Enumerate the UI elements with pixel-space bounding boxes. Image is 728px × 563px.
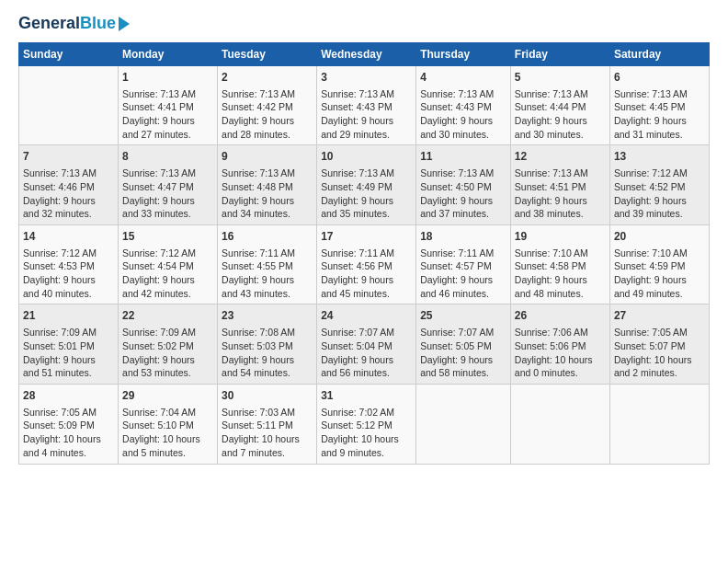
day-number: 8 — [122, 149, 213, 165]
day-info-text: and 42 minutes. — [122, 287, 213, 301]
day-number: 19 — [515, 229, 606, 245]
calendar-cell: 9Sunrise: 7:13 AMSunset: 4:48 PMDaylight… — [218, 145, 317, 225]
calendar-cell: 1Sunrise: 7:13 AMSunset: 4:41 PMDaylight… — [119, 65, 218, 145]
day-info-text: and 28 minutes. — [222, 128, 313, 142]
day-number: 10 — [321, 149, 412, 165]
day-number: 18 — [420, 229, 506, 245]
day-info-text: Daylight: 9 hours — [222, 273, 313, 287]
day-info-text: Sunset: 4:45 PM — [614, 100, 705, 114]
calendar-cell — [19, 65, 119, 145]
calendar-cell: 19Sunrise: 7:10 AMSunset: 4:58 PMDayligh… — [510, 224, 609, 304]
day-info-text: Sunrise: 7:12 AM — [23, 247, 114, 260]
day-info-text: Sunrise: 7:13 AM — [122, 167, 213, 180]
day-number: 6 — [614, 70, 705, 86]
day-number: 9 — [222, 149, 313, 165]
calendar-cell: 23Sunrise: 7:08 AMSunset: 5:03 PMDayligh… — [218, 304, 317, 385]
calendar-cell — [416, 384, 511, 464]
calendar-week-row: 7Sunrise: 7:13 AMSunset: 4:46 PMDaylight… — [19, 145, 710, 225]
day-info-text: Sunrise: 7:12 AM — [614, 167, 705, 180]
day-info-text: Daylight: 9 hours — [23, 273, 114, 287]
logo: GeneralBlue — [18, 15, 130, 33]
day-info-text: Sunrise: 7:08 AM — [222, 326, 313, 339]
calendar-cell: 25Sunrise: 7:07 AMSunset: 5:05 PMDayligh… — [416, 304, 511, 385]
day-info-text: Sunrise: 7:13 AM — [222, 167, 313, 180]
calendar-cell: 3Sunrise: 7:13 AMSunset: 4:43 PMDaylight… — [317, 65, 416, 145]
day-info-text: Sunset: 4:58 PM — [515, 259, 606, 273]
day-info-text: Daylight: 9 hours — [515, 114, 606, 128]
day-number: 28 — [23, 388, 114, 404]
col-header-thursday: Thursday — [416, 42, 511, 65]
day-number: 30 — [222, 388, 313, 404]
day-info-text: Sunset: 5:10 PM — [122, 419, 213, 432]
day-info-text: Sunrise: 7:13 AM — [420, 87, 506, 101]
calendar-cell: 2Sunrise: 7:13 AMSunset: 4:42 PMDaylight… — [218, 65, 317, 145]
page-container: GeneralBlue SundayMondayTuesdayWednesday… — [0, 0, 728, 474]
day-info-text: and 51 minutes. — [23, 366, 114, 380]
day-info-text: and 7 minutes. — [222, 446, 313, 460]
calendar-cell: 12Sunrise: 7:13 AMSunset: 4:51 PMDayligh… — [510, 145, 609, 225]
calendar-cell: 4Sunrise: 7:13 AMSunset: 4:43 PMDaylight… — [416, 65, 511, 145]
day-info-text: Sunrise: 7:13 AM — [515, 167, 606, 180]
day-info-text: and 43 minutes. — [222, 287, 313, 301]
day-number: 7 — [23, 149, 114, 165]
col-header-friday: Friday — [510, 42, 609, 65]
col-header-wednesday: Wednesday — [317, 42, 416, 65]
day-info-text: Sunrise: 7:13 AM — [420, 167, 506, 180]
day-info-text: Daylight: 9 hours — [420, 194, 506, 208]
day-info-text: Daylight: 9 hours — [321, 114, 412, 128]
day-number: 13 — [614, 149, 705, 165]
day-info-text: Daylight: 9 hours — [420, 273, 506, 287]
calendar-cell: 15Sunrise: 7:12 AMSunset: 4:54 PMDayligh… — [119, 224, 218, 304]
calendar-cell: 28Sunrise: 7:05 AMSunset: 5:09 PMDayligh… — [19, 384, 119, 464]
day-info-text: and 46 minutes. — [420, 287, 506, 301]
day-info-text: Daylight: 9 hours — [515, 194, 606, 208]
day-info-text: Sunrise: 7:07 AM — [321, 326, 412, 339]
calendar-cell: 29Sunrise: 7:04 AMSunset: 5:10 PMDayligh… — [119, 384, 218, 464]
day-info-text: Sunrise: 7:11 AM — [222, 247, 313, 260]
day-info-text: Sunset: 4:59 PM — [614, 259, 705, 273]
day-info-text: Sunset: 4:55 PM — [222, 259, 313, 273]
day-info-text: Sunrise: 7:05 AM — [614, 326, 705, 339]
day-info-text: Sunrise: 7:02 AM — [321, 406, 412, 419]
day-number: 11 — [420, 149, 506, 165]
day-info-text: Sunset: 5:12 PM — [321, 419, 412, 432]
day-number: 27 — [614, 308, 705, 324]
calendar-week-row: 28Sunrise: 7:05 AMSunset: 5:09 PMDayligh… — [19, 384, 710, 464]
day-info-text: Sunrise: 7:11 AM — [321, 247, 412, 260]
day-info-text: and 38 minutes. — [515, 207, 606, 221]
day-info-text: and 37 minutes. — [420, 207, 506, 221]
day-info-text: Daylight: 9 hours — [23, 194, 114, 208]
day-info-text: Sunset: 5:06 PM — [515, 339, 606, 353]
day-info-text: Sunrise: 7:13 AM — [23, 167, 114, 180]
day-info-text: and 29 minutes. — [321, 128, 412, 142]
day-number: 12 — [515, 149, 606, 165]
day-info-text: and 33 minutes. — [122, 207, 213, 221]
day-info-text: and 2 minutes. — [614, 366, 705, 380]
day-info-text: and 58 minutes. — [420, 366, 506, 380]
calendar-week-row: 14Sunrise: 7:12 AMSunset: 4:53 PMDayligh… — [19, 224, 710, 304]
day-info-text: Daylight: 9 hours — [222, 353, 313, 367]
day-info-text: and 40 minutes. — [23, 287, 114, 301]
day-number: 2 — [222, 70, 313, 86]
calendar-cell: 22Sunrise: 7:09 AMSunset: 5:02 PMDayligh… — [119, 304, 218, 385]
day-info-text: Sunset: 4:43 PM — [420, 100, 506, 114]
day-info-text: Sunrise: 7:10 AM — [515, 247, 606, 260]
day-info-text: and 35 minutes. — [321, 207, 412, 221]
day-info-text: Sunset: 5:04 PM — [321, 339, 412, 353]
day-info-text: Sunrise: 7:09 AM — [122, 326, 213, 339]
calendar-cell: 16Sunrise: 7:11 AMSunset: 4:55 PMDayligh… — [218, 224, 317, 304]
day-info-text: Daylight: 9 hours — [515, 273, 606, 287]
day-info-text: Sunset: 5:03 PM — [222, 339, 313, 353]
day-info-text: Sunset: 5:02 PM — [122, 339, 213, 353]
day-info-text: Daylight: 9 hours — [122, 114, 213, 128]
day-info-text: Sunrise: 7:10 AM — [614, 247, 705, 260]
col-header-sunday: Sunday — [19, 42, 119, 65]
calendar-cell: 14Sunrise: 7:12 AMSunset: 4:53 PMDayligh… — [19, 224, 119, 304]
logo-arrow-icon — [119, 17, 130, 31]
day-info-text: Sunrise: 7:12 AM — [122, 247, 213, 260]
day-info-text: Daylight: 9 hours — [321, 353, 412, 367]
day-info-text: Sunset: 4:54 PM — [122, 259, 213, 273]
day-info-text: Daylight: 10 hours — [515, 353, 606, 367]
calendar-cell: 6Sunrise: 7:13 AMSunset: 4:45 PMDaylight… — [609, 65, 709, 145]
calendar-cell: 31Sunrise: 7:02 AMSunset: 5:12 PMDayligh… — [317, 384, 416, 464]
